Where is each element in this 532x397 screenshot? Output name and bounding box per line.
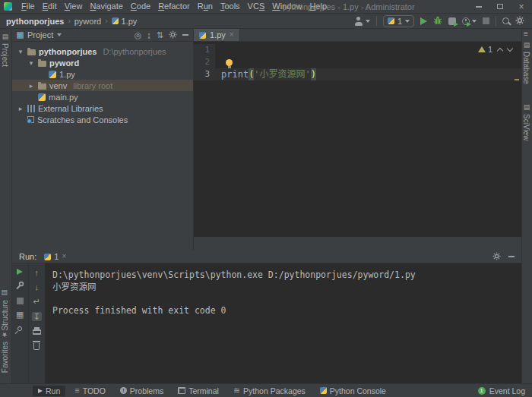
inspections-widget[interactable]: 1 bbox=[478, 45, 512, 54]
tree-item-scratches-and-consoles[interactable]: Scratches and Consoles bbox=[12, 114, 193, 125]
menu-item-edit[interactable]: Edit bbox=[39, 0, 61, 14]
editor-list-icon[interactable]: ≡ bbox=[524, 30, 528, 38]
bug-icon bbox=[433, 16, 442, 25]
chevron-down-icon bbox=[472, 20, 477, 23]
tool-stripe-sciview[interactable]: ▤ SciView bbox=[522, 103, 530, 140]
settings-button[interactable] bbox=[515, 16, 524, 27]
tool-stripe-structure[interactable]: Structure ▤ bbox=[1, 289, 9, 331]
run-with-coverage-button[interactable] bbox=[448, 17, 456, 25]
tree-item-venv[interactable]: ▸venvlibrary root bbox=[12, 80, 193, 91]
tool-stripe-project[interactable]: ▤ Project bbox=[1, 33, 9, 67]
minimize-button[interactable] bbox=[468, 0, 489, 14]
tree-item-pyword[interactable]: ▾pyword bbox=[12, 57, 193, 68]
run-console[interactable]: D:\pythonporjues\venv\Scripts\python.exe… bbox=[46, 263, 521, 383]
menu-item-file[interactable]: File bbox=[17, 0, 39, 14]
run-settings-wrench-button[interactable] bbox=[15, 281, 24, 291]
run-tab[interactable]: 1 × bbox=[44, 252, 66, 261]
status-tab-python-console[interactable]: Python Console bbox=[315, 386, 391, 396]
status-tab-label: Run bbox=[46, 386, 60, 395]
editor-line-1[interactable]: 1 bbox=[194, 44, 521, 56]
panel-settings-button[interactable] bbox=[169, 30, 177, 40]
close-button[interactable]: × bbox=[511, 0, 532, 14]
scroll-to-end-button[interactable]: ↧ bbox=[32, 312, 42, 321]
locate-file-icon[interactable]: ◎ bbox=[135, 31, 142, 39]
up-stacktrace-icon[interactable]: ↑ bbox=[35, 269, 40, 277]
rerun-button[interactable] bbox=[17, 269, 23, 275]
breadcrumb-item-pythonporjues[interactable]: pythonporjues bbox=[6, 17, 64, 26]
code-token-brace: ( bbox=[249, 68, 254, 80]
profiler-icon bbox=[462, 17, 470, 25]
tree-item-main-py[interactable]: main.py bbox=[12, 91, 193, 102]
tree-item-1-py[interactable]: 1.py bbox=[12, 68, 193, 80]
breadcrumb-item-pyword[interactable]: pyword bbox=[74, 17, 101, 26]
line-number: 2 bbox=[194, 56, 215, 68]
warnings-count: 1 bbox=[488, 45, 492, 54]
tree-item-pythonporjues[interactable]: ▾pythonporjuesD:\pythonporjues bbox=[12, 46, 193, 57]
soft-wrap-icon[interactable]: ↵ bbox=[33, 298, 40, 306]
print-icon[interactable] bbox=[33, 329, 41, 335]
hide-panel-icon[interactable] bbox=[182, 34, 188, 36]
menu-item-view[interactable]: View bbox=[61, 0, 87, 14]
status-tab-run[interactable]: Run bbox=[33, 386, 65, 396]
editor-line-2[interactable]: 2 bbox=[194, 56, 521, 68]
gear-icon bbox=[169, 30, 177, 39]
menu-item-vcs[interactable]: VCS bbox=[244, 0, 269, 14]
editor-line-3[interactable]: 3print('小罗资源网') bbox=[194, 68, 521, 80]
chevron-right-icon[interactable]: ▸ bbox=[17, 105, 24, 112]
tree-item-label: venv bbox=[49, 81, 67, 90]
maximize-button[interactable] bbox=[489, 0, 511, 14]
run-button[interactable] bbox=[420, 17, 427, 25]
next-issue-icon[interactable] bbox=[507, 45, 513, 51]
menu-item-help[interactable]: Help bbox=[306, 0, 331, 14]
menu-item-navigate[interactable]: Navigate bbox=[86, 0, 126, 14]
editor[interactable]: 123print('小罗资源网') 1 bbox=[194, 42, 521, 237]
menu-item-run[interactable]: Run bbox=[194, 0, 217, 14]
tree-item-external-libraries[interactable]: ▸External Libraries bbox=[12, 102, 193, 114]
debug-button[interactable] bbox=[433, 16, 442, 27]
chevron-down-icon[interactable]: ▾ bbox=[27, 59, 35, 67]
status-tab-todo[interactable]: ≡TODO bbox=[69, 386, 111, 396]
down-stacktrace-icon[interactable]: ↓ bbox=[35, 283, 40, 291]
menu-item-refactor[interactable]: Refactor bbox=[154, 0, 194, 14]
error-stripe-mark[interactable] bbox=[515, 79, 519, 80]
editor-tab-1py[interactable]: 1.py × bbox=[194, 29, 240, 41]
restore-layout-icon[interactable]: ▦ bbox=[16, 310, 24, 319]
run-settings-button[interactable] bbox=[492, 252, 501, 262]
stop-button[interactable] bbox=[17, 298, 24, 304]
previous-issue-icon[interactable] bbox=[497, 48, 503, 54]
run-configuration-select[interactable]: 1 bbox=[383, 15, 414, 27]
editor-lines: 123print('小罗资源网') bbox=[194, 44, 521, 80]
event-log-button[interactable]: 1 Event Log bbox=[478, 386, 525, 395]
status-tab-problems[interactable]: Problems bbox=[115, 386, 169, 396]
profiler-button[interactable] bbox=[462, 17, 477, 25]
status-bar: Run≡TODOProblemsTerminal≋Python Packages… bbox=[0, 383, 532, 397]
stripe-label: Structure bbox=[1, 300, 9, 331]
collapse-all-icon[interactable]: ↨ bbox=[147, 31, 151, 39]
menu-item-tools[interactable]: Tools bbox=[217, 0, 244, 14]
close-tab-icon[interactable]: × bbox=[62, 253, 66, 260]
stripe-label: SciView bbox=[522, 114, 530, 140]
search-everywhere-button[interactable] bbox=[502, 17, 509, 24]
tool-stripe-database[interactable]: ▤ Database bbox=[522, 41, 530, 84]
intention-bulb-icon[interactable] bbox=[226, 59, 233, 66]
status-tab-python-packages[interactable]: ≋Python Packages bbox=[228, 386, 311, 396]
breadcrumb-item-1-py[interactable]: 1.py bbox=[112, 17, 138, 26]
project-header-actions: ◎ ↨ ⇅ bbox=[135, 30, 188, 40]
run-tab-label: 1 bbox=[54, 252, 59, 261]
pin-tab-icon[interactable] bbox=[17, 326, 23, 332]
tool-stripe-favorites[interactable]: Favorites ★ bbox=[1, 331, 9, 373]
project-panel-title[interactable]: Project bbox=[27, 30, 53, 39]
menu-item-window[interactable]: Window bbox=[268, 0, 306, 14]
user-menu-button[interactable] bbox=[354, 17, 370, 26]
clear-console-icon[interactable] bbox=[33, 343, 40, 350]
menu-item-code[interactable]: Code bbox=[127, 0, 154, 14]
chevron-down-icon[interactable]: ▾ bbox=[17, 48, 24, 55]
expand-collapse-icon[interactable]: ⇅ bbox=[157, 31, 163, 39]
chevron-down-icon[interactable] bbox=[57, 33, 62, 36]
close-tab-icon[interactable]: × bbox=[230, 31, 234, 39]
stop-button[interactable] bbox=[483, 17, 489, 24]
console-line bbox=[52, 293, 521, 305]
hide-panel-icon[interactable] bbox=[508, 256, 515, 257]
status-tab-terminal[interactable]: Terminal bbox=[173, 386, 224, 396]
chevron-right-icon[interactable]: ▸ bbox=[27, 82, 35, 90]
